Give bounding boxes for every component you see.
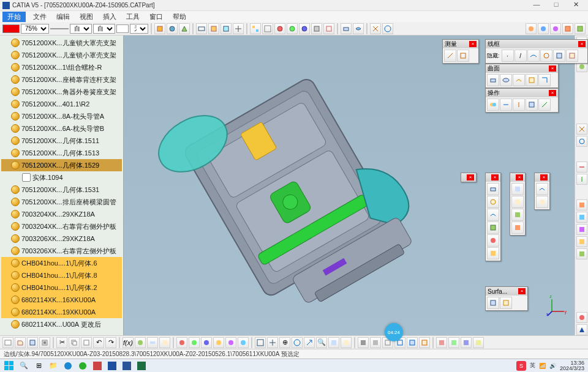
v2-btn-3[interactable] bbox=[487, 209, 499, 221]
tool-btn-12[interactable] bbox=[299, 23, 310, 34]
wire-btn-5[interactable] bbox=[553, 50, 565, 62]
menu-insert[interactable]: 插入 bbox=[98, 12, 121, 22]
op-btn-4[interactable] bbox=[526, 99, 538, 111]
b-btn-4[interactable] bbox=[39, 337, 50, 348]
tool-btn-3[interactable] bbox=[179, 23, 190, 34]
b-btn-11[interactable] bbox=[135, 337, 146, 348]
tree-item[interactable]: 7051200XK...几何体.1529 bbox=[1, 159, 122, 171]
v2-btn-6[interactable] bbox=[487, 247, 499, 259]
surface-toolbar[interactable]: 曲面× bbox=[485, 64, 559, 88]
excel-icon[interactable] bbox=[136, 360, 147, 371]
tool-btn-r1[interactable] bbox=[526, 23, 537, 34]
surfa-toolbar[interactable]: Surfa...× bbox=[485, 286, 528, 311]
close-icon[interactable]: × bbox=[540, 174, 548, 180]
menu-file[interactable]: 文件 bbox=[28, 12, 51, 22]
tool-btn-5[interactable] bbox=[208, 23, 219, 34]
wire-btn-2[interactable]: / bbox=[514, 50, 527, 62]
tool-btn-6[interactable] bbox=[221, 23, 232, 34]
b-btn-32[interactable] bbox=[407, 337, 418, 348]
b-btn-27[interactable] bbox=[341, 337, 352, 348]
search-icon[interactable]: 🔍 bbox=[18, 360, 29, 371]
b-btn-3[interactable] bbox=[27, 337, 38, 348]
start-icon[interactable] bbox=[4, 360, 15, 371]
tree-item[interactable]: 7051200XK...1\组合螺栓-R bbox=[1, 61, 122, 73]
color-swatch[interactable] bbox=[2, 24, 20, 33]
tray-sound-icon[interactable]: 🔊 bbox=[549, 363, 556, 369]
close-icon[interactable]: × bbox=[491, 174, 499, 180]
op-btn-2[interactable] bbox=[500, 99, 512, 111]
taskview-icon[interactable]: ⊞ bbox=[33, 360, 44, 371]
r-btn-12[interactable] bbox=[576, 248, 587, 259]
word-icon[interactable] bbox=[121, 360, 132, 371]
menu-view[interactable]: 视图 bbox=[75, 12, 98, 22]
surfa-btn-1[interactable] bbox=[487, 297, 499, 309]
vfloat-4[interactable]: × bbox=[534, 173, 550, 210]
tool-btn-4[interactable] bbox=[196, 23, 207, 34]
op-btn-3[interactable] bbox=[513, 99, 525, 111]
menu-edit[interactable]: 编辑 bbox=[51, 12, 75, 22]
catia-icon[interactable] bbox=[107, 360, 118, 371]
v4-btn-2[interactable] bbox=[536, 196, 548, 208]
v2-btn-5[interactable] bbox=[487, 234, 499, 247]
measure-btn-2[interactable] bbox=[457, 50, 469, 62]
tool-btn-13[interactable] bbox=[311, 23, 322, 34]
b-btn-16[interactable] bbox=[201, 337, 212, 348]
tool-btn-r4[interactable] bbox=[562, 23, 573, 34]
close-icon[interactable]: × bbox=[518, 288, 526, 294]
r-btn-5[interactable] bbox=[576, 136, 587, 147]
tool-btn-18[interactable] bbox=[382, 23, 393, 34]
tray-wifi-icon[interactable]: 📶 bbox=[539, 363, 546, 369]
tree-item[interactable]: 7051200XK...401.1\R2 bbox=[1, 98, 122, 110]
op-btn-1[interactable] bbox=[487, 99, 499, 111]
b-btn-18[interactable] bbox=[225, 337, 236, 348]
tool-btn-7[interactable] bbox=[233, 23, 244, 34]
close-icon[interactable]: × bbox=[549, 90, 556, 96]
tree-item[interactable]: CHB041hou....1\几何体.6 bbox=[1, 257, 122, 269]
b-btn-15[interactable] bbox=[189, 337, 200, 348]
b-btn-12[interactable] bbox=[147, 337, 158, 348]
b-btn-5[interactable]: ✂ bbox=[56, 337, 67, 348]
b-btn-25[interactable]: 🔍 bbox=[316, 337, 327, 348]
tool-btn-10[interactable] bbox=[274, 23, 285, 34]
b-btn-13[interactable] bbox=[159, 337, 170, 348]
close-icon[interactable]: × bbox=[578, 41, 586, 47]
tree-item[interactable]: 实体.1094 bbox=[1, 171, 122, 184]
tree-item[interactable]: CHB041hou....1\几何体.8 bbox=[1, 269, 122, 281]
close-icon[interactable]: × bbox=[549, 65, 556, 72]
b-btn-14[interactable] bbox=[176, 337, 187, 348]
b-btn-28[interactable] bbox=[358, 337, 369, 348]
b-btn-6[interactable] bbox=[69, 337, 80, 348]
tree-item[interactable]: 7003206XK...29XKZ18A bbox=[1, 232, 122, 245]
tree-item[interactable]: 7051200XK...6A-枕头导管B bbox=[1, 122, 122, 135]
tree-item[interactable]: 7003204XK...右靠背右侧外护板 bbox=[1, 220, 122, 232]
r-btn-4[interactable] bbox=[576, 124, 587, 135]
v3-btn-3[interactable] bbox=[511, 209, 524, 221]
tree-item[interactable]: 6802114XK...16XKU00A bbox=[1, 294, 122, 306]
menu-window[interactable]: 窗口 bbox=[145, 12, 168, 22]
b-btn-26[interactable] bbox=[328, 337, 339, 348]
wechat-icon[interactable] bbox=[77, 360, 88, 371]
operation-toolbar[interactable]: 操作× bbox=[485, 88, 559, 113]
b-btn-2[interactable] bbox=[15, 337, 26, 348]
tree-item[interactable]: 7003206XK...右靠背左侧外护板 bbox=[1, 245, 122, 257]
r-btn-9[interactable] bbox=[576, 212, 587, 223]
app-icon-1[interactable] bbox=[92, 360, 103, 371]
tool-btn-9[interactable] bbox=[262, 23, 273, 34]
vfloat-2[interactable]: × bbox=[485, 173, 501, 261]
tool-btn-r3[interactable] bbox=[550, 23, 561, 34]
tool-btn-15[interactable] bbox=[341, 23, 352, 34]
tree-item[interactable]: 7051200XK...座椅靠背连杆支架 bbox=[1, 73, 122, 86]
wireframe-toolbar[interactable]: 线框× 隐藏: · / bbox=[485, 39, 588, 64]
start-menu[interactable]: 开始 bbox=[2, 12, 26, 22]
b-btn-22[interactable]: ⊕ bbox=[279, 337, 290, 348]
b-btn-35[interactable] bbox=[448, 337, 459, 348]
b-btn-23[interactable] bbox=[292, 337, 303, 348]
close-icon[interactable]: × bbox=[516, 174, 523, 180]
line-style[interactable] bbox=[50, 28, 69, 29]
minimize-button[interactable]: — bbox=[527, 1, 546, 10]
b-btn-7[interactable] bbox=[81, 337, 92, 348]
close-icon[interactable]: × bbox=[467, 174, 474, 180]
v3-btn-4[interactable] bbox=[511, 221, 524, 234]
surf-btn-5[interactable] bbox=[538, 74, 551, 86]
tree-item[interactable]: 7051200XK...儿童锁小罩壳支架 bbox=[1, 49, 122, 61]
